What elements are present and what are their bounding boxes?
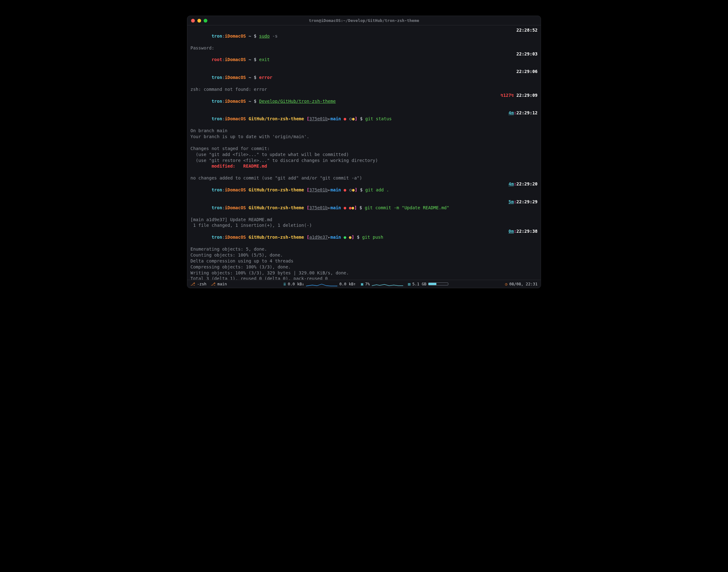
output-line: Password: bbox=[191, 45, 537, 51]
sep: : bbox=[222, 205, 225, 210]
clean-icon: ● bbox=[344, 235, 346, 240]
text: [main a1d9e37] Update README.md bbox=[191, 217, 537, 223]
status-net-down: 0.0 kB↓ bbox=[288, 282, 304, 286]
text: Password: bbox=[191, 45, 537, 51]
sep: : bbox=[514, 229, 516, 234]
dir: ~ bbox=[248, 57, 251, 62]
untracked-icon bbox=[349, 189, 352, 192]
text: no changes added to commit (use "git add… bbox=[191, 175, 537, 181]
dirty-icon: ● bbox=[344, 205, 346, 210]
net-graph bbox=[306, 282, 337, 287]
terminal-body[interactable]: tron:iDomacOS ~ $ sudo -s 22:28:52 Passw… bbox=[187, 25, 541, 280]
user: tron bbox=[211, 75, 222, 80]
sep: : bbox=[222, 187, 225, 192]
output-line: modified: README.md bbox=[191, 163, 537, 169]
window-title: tron@iDomacOS:~/Develop/GitHub/tron-zsh-… bbox=[187, 18, 541, 23]
dollar-icon: $ bbox=[254, 75, 256, 80]
return-code: ↯127↯ bbox=[501, 93, 514, 98]
status-net-up: 0.0 kB↑ bbox=[339, 282, 356, 286]
user: tron bbox=[211, 205, 222, 210]
sep: : bbox=[514, 182, 516, 187]
dollar-icon: $ bbox=[360, 116, 362, 121]
close-icon[interactable] bbox=[191, 19, 195, 22]
right-status: 4m:22:29:12 bbox=[508, 110, 537, 128]
network-icon: ≣ bbox=[284, 282, 286, 286]
minimize-icon[interactable] bbox=[197, 19, 201, 22]
sep: : bbox=[222, 75, 225, 80]
output-line: Your branch is up to date with 'origin/m… bbox=[191, 134, 537, 140]
dir: GitHub/tron-zsh-theme bbox=[248, 205, 304, 210]
host: iDomacOS bbox=[225, 33, 246, 39]
cpu-icon: ▣ bbox=[361, 282, 363, 286]
host: iDomacOS bbox=[225, 99, 246, 104]
output-line: [main a1d9e37] Update README.md bbox=[191, 217, 537, 223]
text: Delta compression using up to 4 threads bbox=[191, 258, 537, 264]
prompt-line: tron:iDomacOS GitHub/tron-zsh-theme [a1d… bbox=[191, 228, 537, 246]
dollar-icon: $ bbox=[254, 33, 256, 39]
dollar-icon: $ bbox=[360, 205, 362, 210]
elapsed: 0m bbox=[508, 229, 514, 234]
dir: ~ bbox=[248, 33, 251, 39]
command: error bbox=[259, 75, 272, 80]
status-clock: 08/08, 22:31 bbox=[509, 282, 537, 286]
host: iDomacOS bbox=[225, 187, 246, 192]
bracket: ] bbox=[355, 187, 357, 192]
prompt-line: tron:iDomacOS GitHub/tron-zsh-theme [375… bbox=[191, 181, 537, 199]
command-arg: -s bbox=[270, 33, 278, 39]
dollar-icon: $ bbox=[254, 99, 256, 104]
sep: : bbox=[222, 235, 225, 240]
text: Total 3 (delta 1), reused 0 (delta 0), p… bbox=[191, 276, 537, 280]
status-bar: ⎇ -zsh ⎇ main ≣ 0.0 kB↓ 0.0 kB↑ ▣ 7% ▤ 5… bbox=[187, 280, 541, 288]
text: On branch main bbox=[191, 128, 537, 134]
command: git commit -m "Update README.md" bbox=[365, 205, 449, 210]
text: (use "git add <file>..." to update what … bbox=[191, 152, 537, 157]
timestamp: 22:29:38 bbox=[517, 229, 537, 234]
sep: : bbox=[514, 110, 516, 115]
output-line: Writing objects: 100% (3/3), 329 bytes |… bbox=[191, 270, 537, 276]
status-branch: main bbox=[217, 282, 227, 286]
timestamp: 22:29:03 bbox=[517, 51, 537, 69]
timestamp: 22:29:06 bbox=[517, 69, 537, 86]
titlebar: tron@iDomacOS:~/Develop/GitHub/tron-zsh-… bbox=[187, 16, 541, 25]
git-branch: main bbox=[331, 116, 341, 121]
output-line: Compressing objects: 100% (3/3), done. bbox=[191, 264, 537, 270]
right-status: ↯127↯ 22:29:09 bbox=[501, 92, 537, 110]
text: modified: bbox=[191, 163, 243, 168]
terminal-window: tron@iDomacOS:~/Develop/GitHub/tron-zsh-… bbox=[187, 16, 541, 288]
bracket: ] bbox=[352, 235, 354, 240]
output-line bbox=[191, 140, 537, 146]
command: git status bbox=[365, 116, 391, 121]
output-line: no changes added to commit (use "git add… bbox=[191, 175, 537, 181]
elapsed: 5m bbox=[508, 199, 514, 204]
bracket: ] bbox=[355, 116, 357, 121]
prompt-line: tron:iDomacOS GitHub/tron-zsh-theme [375… bbox=[191, 199, 537, 217]
text: Your branch is up to date with 'origin/m… bbox=[191, 134, 537, 140]
prompt-line: tron:iDomacOS ~ $ sudo -s 22:28:52 bbox=[191, 27, 537, 45]
user: tron bbox=[211, 116, 222, 121]
arrow-icon: ▸ bbox=[327, 235, 330, 240]
text: Counting objects: 100% (5/5), done. bbox=[191, 252, 537, 258]
prompt-line: tron:iDomacOS ~ $ Develop/GitHub/tron-zs… bbox=[191, 92, 537, 110]
git-hash: 375e01b bbox=[309, 116, 327, 121]
dir: ~ bbox=[248, 99, 251, 104]
text: Enumerating objects: 5, done. bbox=[191, 246, 537, 252]
output-line: Total 3 (delta 1), reused 0 (delta 0), p… bbox=[191, 276, 537, 280]
git-branch: main bbox=[331, 187, 341, 192]
text: README.md bbox=[243, 163, 267, 168]
prompt-line: tron:iDomacOS ~ $ error 22:29:06 bbox=[191, 69, 537, 86]
clock-icon: ◷ bbox=[505, 282, 507, 286]
dirty-icon: ● bbox=[344, 187, 346, 192]
user: tron bbox=[211, 99, 222, 104]
prompt-line: root:iDomacOS ~ $ exit 22:29:03 bbox=[191, 51, 537, 69]
right-status: 0m:22:29:38 bbox=[508, 228, 537, 246]
user: tron bbox=[211, 33, 222, 39]
git-branch: main bbox=[331, 205, 341, 210]
output-line: On branch main bbox=[191, 128, 537, 134]
dirty-icon: ● bbox=[344, 116, 346, 121]
git-hash: a1d9e37 bbox=[309, 235, 327, 240]
zoom-icon[interactable] bbox=[204, 19, 207, 22]
text: Compressing objects: 100% (3/3), done. bbox=[191, 264, 537, 270]
staged-icon: ● bbox=[352, 205, 354, 210]
timestamp: 22:29:29 bbox=[517, 199, 537, 204]
output-line: Enumerating objects: 5, done. bbox=[191, 246, 537, 252]
